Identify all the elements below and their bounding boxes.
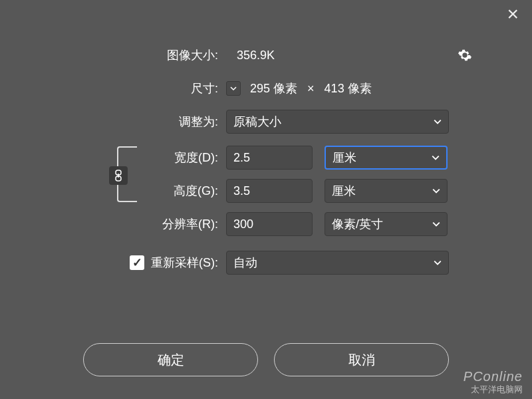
image-size-label: 图像大小:	[20, 47, 226, 63]
chevron-down-icon	[432, 154, 440, 162]
fit-to-label: 调整为:	[20, 114, 226, 130]
ok-button[interactable]: 确定	[83, 343, 258, 376]
gear-icon[interactable]	[458, 48, 472, 63]
chevron-down-icon	[432, 220, 440, 228]
cancel-button[interactable]: 取消	[274, 343, 449, 376]
resample-label: 重新采样(S):	[151, 255, 218, 271]
watermark: PConline 太平洋电脑网	[464, 368, 523, 395]
resample-checkbox[interactable]: ✓	[130, 255, 144, 270]
width-unit-select[interactable]: 厘米	[325, 146, 448, 170]
resample-method-select[interactable]: 自动	[226, 251, 449, 275]
dimensions-label: 尺寸:	[20, 80, 226, 96]
dimensions-text: 295 像素 × 413 像素	[250, 80, 372, 96]
height-input[interactable]	[226, 179, 313, 203]
resolution-label: 分辨率(R):	[20, 216, 226, 232]
chevron-down-icon	[432, 187, 440, 195]
image-size-value: 356.9K	[237, 49, 275, 63]
resolution-input[interactable]	[226, 212, 313, 236]
width-input[interactable]	[226, 146, 313, 170]
aspect-lock[interactable]	[113, 146, 142, 202]
chevron-down-icon	[434, 118, 442, 126]
fit-to-select[interactable]: 原稿大小	[226, 110, 449, 134]
resolution-unit-select[interactable]: 像素/英寸	[325, 212, 448, 236]
close-icon[interactable]: ×	[507, 3, 519, 25]
height-unit-select[interactable]: 厘米	[325, 179, 448, 203]
dimensions-unit-toggle[interactable]	[226, 81, 241, 96]
link-icon	[109, 166, 128, 185]
chevron-down-icon	[434, 259, 442, 267]
